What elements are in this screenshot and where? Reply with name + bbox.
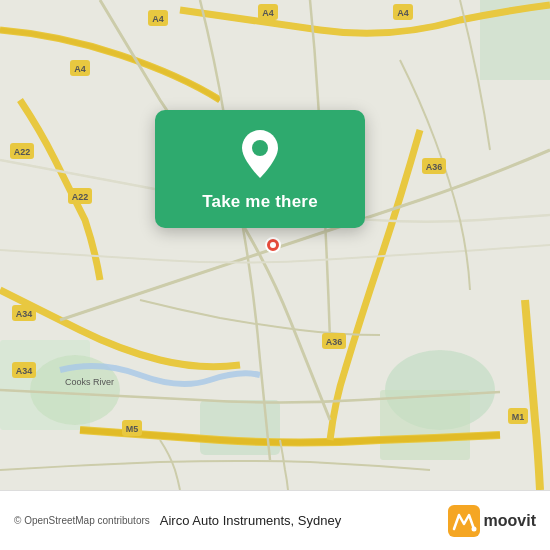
map-attribution: © OpenStreetMap contributors	[14, 515, 150, 526]
svg-text:A34: A34	[16, 366, 33, 376]
svg-text:M1: M1	[512, 412, 525, 422]
svg-text:M5: M5	[126, 424, 139, 434]
svg-rect-6	[380, 390, 470, 460]
moovit-logo: moovit	[448, 505, 536, 537]
svg-point-34	[252, 140, 268, 156]
svg-point-36	[471, 526, 476, 531]
location-card: Take me there	[155, 110, 365, 228]
svg-text:A36: A36	[426, 162, 443, 172]
map-pin-icon	[238, 128, 282, 180]
svg-rect-35	[448, 505, 480, 537]
moovit-brand-text: moovit	[484, 512, 536, 530]
svg-text:A22: A22	[14, 147, 31, 157]
svg-text:A4: A4	[74, 64, 86, 74]
svg-point-33	[270, 242, 276, 248]
business-name: Airco Auto Instruments, Sydney	[160, 513, 438, 528]
svg-text:A4: A4	[262, 8, 274, 18]
svg-text:A22: A22	[72, 192, 89, 202]
bottom-bar: © OpenStreetMap contributors Airco Auto …	[0, 490, 550, 550]
svg-text:A4: A4	[397, 8, 409, 18]
svg-text:A36: A36	[326, 337, 343, 347]
svg-text:Cooks River: Cooks River	[65, 377, 114, 387]
svg-text:A34: A34	[16, 309, 33, 319]
svg-text:A4: A4	[152, 14, 164, 24]
map-container: Cooks River	[0, 0, 550, 490]
take-me-there-button[interactable]: Take me there	[202, 190, 318, 214]
moovit-icon	[448, 505, 480, 537]
